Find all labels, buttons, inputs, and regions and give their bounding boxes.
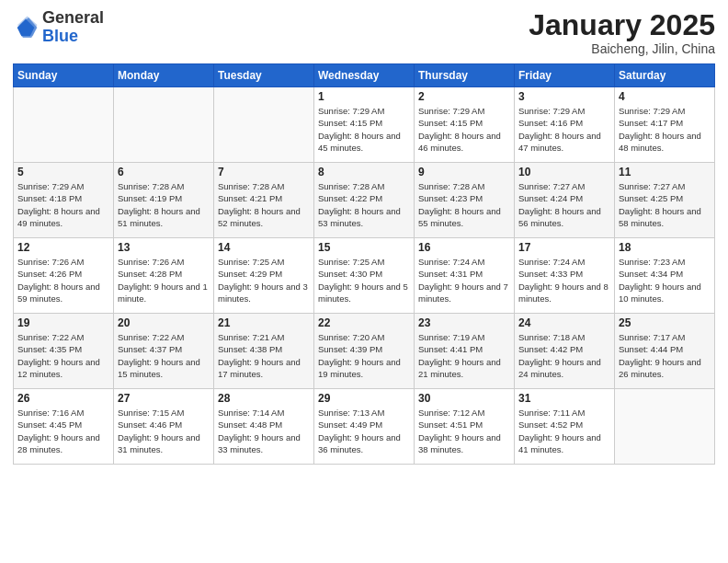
day-number: 1 bbox=[318, 90, 410, 103]
logo-icon bbox=[13, 15, 39, 40]
day-info: Sunrise: 7:12 AM Sunset: 4:51 PM Dayligh… bbox=[418, 407, 510, 455]
day-number: 4 bbox=[619, 90, 711, 103]
day-number: 23 bbox=[418, 316, 510, 329]
day-cell: 18Sunrise: 7:23 AM Sunset: 4:34 PM Dayli… bbox=[615, 238, 715, 314]
day-info: Sunrise: 7:17 AM Sunset: 4:44 PM Dayligh… bbox=[619, 331, 711, 380]
day-cell: 28Sunrise: 7:14 AM Sunset: 4:48 PM Dayli… bbox=[214, 389, 314, 465]
day-info: Sunrise: 7:13 AM Sunset: 4:49 PM Dayligh… bbox=[318, 407, 410, 455]
day-number: 26 bbox=[17, 392, 109, 405]
day-info: Sunrise: 7:26 AM Sunset: 4:26 PM Dayligh… bbox=[17, 256, 109, 304]
day-info: Sunrise: 7:29 AM Sunset: 4:18 PM Dayligh… bbox=[17, 180, 109, 229]
day-number: 15 bbox=[318, 241, 410, 254]
day-info: Sunrise: 7:18 AM Sunset: 4:42 PM Dayligh… bbox=[518, 331, 610, 380]
day-info: Sunrise: 7:28 AM Sunset: 4:21 PM Dayligh… bbox=[218, 180, 310, 229]
day-cell: 3Sunrise: 7:29 AM Sunset: 4:16 PM Daylig… bbox=[515, 87, 615, 163]
day-cell: 25Sunrise: 7:17 AM Sunset: 4:44 PM Dayli… bbox=[615, 314, 715, 389]
day-number: 9 bbox=[418, 166, 510, 178]
day-number: 20 bbox=[118, 316, 210, 329]
logo-blue: Blue bbox=[42, 27, 78, 45]
weekday-header-wednesday: Wednesday bbox=[314, 64, 415, 87]
day-cell: 24Sunrise: 7:18 AM Sunset: 4:42 PM Dayli… bbox=[515, 314, 615, 389]
day-cell: 13Sunrise: 7:26 AM Sunset: 4:28 PM Dayli… bbox=[114, 238, 214, 314]
weekday-header-saturday: Saturday bbox=[615, 64, 715, 87]
day-info: Sunrise: 7:25 AM Sunset: 4:29 PM Dayligh… bbox=[218, 256, 310, 304]
day-cell: 16Sunrise: 7:24 AM Sunset: 4:31 PM Dayli… bbox=[415, 238, 515, 314]
day-number: 19 bbox=[17, 316, 109, 329]
week-row-4: 19Sunrise: 7:22 AM Sunset: 4:35 PM Dayli… bbox=[14, 314, 715, 389]
weekday-header-sunday: Sunday bbox=[14, 64, 114, 87]
day-info: Sunrise: 7:28 AM Sunset: 4:22 PM Dayligh… bbox=[318, 180, 410, 229]
day-cell: 2Sunrise: 7:29 AM Sunset: 4:15 PM Daylig… bbox=[415, 87, 515, 163]
day-info: Sunrise: 7:19 AM Sunset: 4:41 PM Dayligh… bbox=[418, 331, 510, 380]
weekday-header-friday: Friday bbox=[515, 64, 615, 87]
day-cell: 27Sunrise: 7:15 AM Sunset: 4:46 PM Dayli… bbox=[114, 389, 214, 465]
day-cell: 8Sunrise: 7:28 AM Sunset: 4:22 PM Daylig… bbox=[314, 163, 415, 238]
weekday-header-monday: Monday bbox=[114, 64, 214, 87]
day-number: 30 bbox=[418, 392, 510, 405]
day-number: 10 bbox=[518, 166, 610, 178]
logo-text: General Blue bbox=[42, 9, 104, 46]
day-number: 28 bbox=[218, 392, 310, 405]
calendar-container: General Blue January 2025 Baicheng, Jili… bbox=[0, 0, 728, 563]
day-number: 16 bbox=[418, 241, 510, 254]
day-number: 8 bbox=[318, 166, 410, 178]
day-cell: 7Sunrise: 7:28 AM Sunset: 4:21 PM Daylig… bbox=[214, 163, 314, 238]
day-cell: 11Sunrise: 7:27 AM Sunset: 4:25 PM Dayli… bbox=[615, 163, 715, 238]
day-number: 21 bbox=[218, 316, 310, 329]
day-cell: 23Sunrise: 7:19 AM Sunset: 4:41 PM Dayli… bbox=[415, 314, 515, 389]
day-info: Sunrise: 7:22 AM Sunset: 4:37 PM Dayligh… bbox=[118, 331, 210, 380]
day-info: Sunrise: 7:22 AM Sunset: 4:35 PM Dayligh… bbox=[17, 331, 109, 380]
day-cell: 19Sunrise: 7:22 AM Sunset: 4:35 PM Dayli… bbox=[14, 314, 114, 389]
day-cell: 10Sunrise: 7:27 AM Sunset: 4:24 PM Dayli… bbox=[515, 163, 615, 238]
day-number: 18 bbox=[619, 241, 711, 254]
day-cell: 5Sunrise: 7:29 AM Sunset: 4:18 PM Daylig… bbox=[14, 163, 114, 238]
weekday-header-thursday: Thursday bbox=[415, 64, 515, 87]
day-info: Sunrise: 7:20 AM Sunset: 4:39 PM Dayligh… bbox=[318, 331, 410, 380]
day-number: 11 bbox=[619, 166, 711, 178]
day-cell: 22Sunrise: 7:20 AM Sunset: 4:39 PM Dayli… bbox=[314, 314, 415, 389]
calendar-table: SundayMondayTuesdayWednesdayThursdayFrid… bbox=[13, 63, 715, 465]
weekday-header-tuesday: Tuesday bbox=[214, 64, 314, 87]
day-number: 5 bbox=[17, 166, 109, 178]
day-cell: 9Sunrise: 7:28 AM Sunset: 4:23 PM Daylig… bbox=[415, 163, 515, 238]
day-info: Sunrise: 7:21 AM Sunset: 4:38 PM Dayligh… bbox=[218, 331, 310, 380]
day-info: Sunrise: 7:14 AM Sunset: 4:48 PM Dayligh… bbox=[218, 407, 310, 455]
day-cell bbox=[214, 87, 314, 163]
week-row-1: 1Sunrise: 7:29 AM Sunset: 4:15 PM Daylig… bbox=[14, 87, 715, 163]
day-info: Sunrise: 7:28 AM Sunset: 4:23 PM Dayligh… bbox=[418, 180, 510, 229]
day-number: 24 bbox=[518, 316, 610, 329]
day-cell bbox=[14, 87, 114, 163]
day-info: Sunrise: 7:24 AM Sunset: 4:33 PM Dayligh… bbox=[518, 256, 610, 304]
day-number: 7 bbox=[218, 166, 310, 178]
day-cell bbox=[615, 389, 715, 465]
logo-general: General bbox=[42, 8, 104, 27]
calendar-subtitle: Baicheng, Jilin, China bbox=[529, 41, 715, 56]
week-row-5: 26Sunrise: 7:16 AM Sunset: 4:45 PM Dayli… bbox=[14, 389, 715, 465]
day-info: Sunrise: 7:26 AM Sunset: 4:28 PM Dayligh… bbox=[118, 256, 210, 304]
day-cell: 21Sunrise: 7:21 AM Sunset: 4:38 PM Dayli… bbox=[214, 314, 314, 389]
logo: General Blue bbox=[13, 9, 104, 46]
day-info: Sunrise: 7:29 AM Sunset: 4:16 PM Dayligh… bbox=[518, 105, 610, 154]
day-number: 25 bbox=[619, 316, 711, 329]
day-cell bbox=[114, 87, 214, 163]
title-block: January 2025 Baicheng, Jilin, China bbox=[529, 9, 715, 56]
day-cell: 1Sunrise: 7:29 AM Sunset: 4:15 PM Daylig… bbox=[314, 87, 415, 163]
day-cell: 20Sunrise: 7:22 AM Sunset: 4:37 PM Dayli… bbox=[114, 314, 214, 389]
day-number: 6 bbox=[118, 166, 210, 178]
day-info: Sunrise: 7:15 AM Sunset: 4:46 PM Dayligh… bbox=[118, 407, 210, 455]
day-cell: 4Sunrise: 7:29 AM Sunset: 4:17 PM Daylig… bbox=[615, 87, 715, 163]
day-number: 31 bbox=[518, 392, 610, 405]
day-cell: 31Sunrise: 7:11 AM Sunset: 4:52 PM Dayli… bbox=[515, 389, 615, 465]
day-info: Sunrise: 7:16 AM Sunset: 4:45 PM Dayligh… bbox=[17, 407, 109, 455]
day-info: Sunrise: 7:25 AM Sunset: 4:30 PM Dayligh… bbox=[318, 256, 410, 304]
day-cell: 6Sunrise: 7:28 AM Sunset: 4:19 PM Daylig… bbox=[114, 163, 214, 238]
day-number: 2 bbox=[418, 90, 510, 103]
week-row-2: 5Sunrise: 7:29 AM Sunset: 4:18 PM Daylig… bbox=[14, 163, 715, 238]
day-number: 13 bbox=[118, 241, 210, 254]
day-number: 22 bbox=[318, 316, 410, 329]
day-number: 17 bbox=[518, 241, 610, 254]
day-cell: 12Sunrise: 7:26 AM Sunset: 4:26 PM Dayli… bbox=[14, 238, 114, 314]
weekday-header-row: SundayMondayTuesdayWednesdayThursdayFrid… bbox=[14, 64, 715, 87]
week-row-3: 12Sunrise: 7:26 AM Sunset: 4:26 PM Dayli… bbox=[14, 238, 715, 314]
day-info: Sunrise: 7:11 AM Sunset: 4:52 PM Dayligh… bbox=[518, 407, 610, 455]
